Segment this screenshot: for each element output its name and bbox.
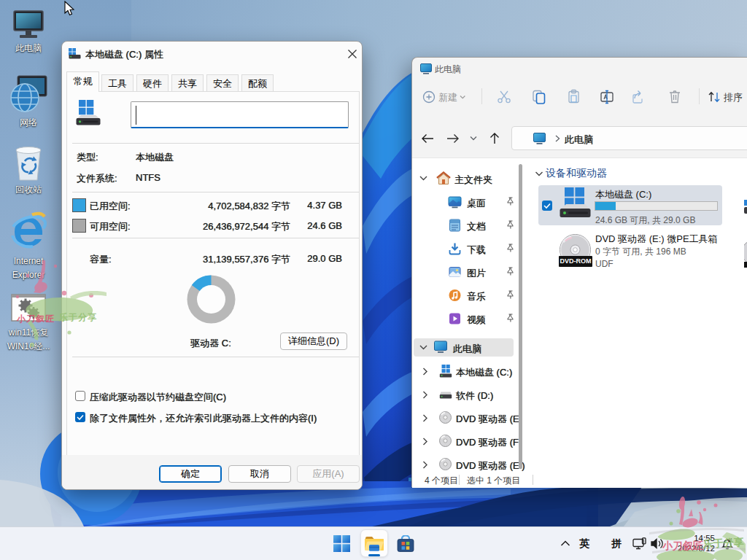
svg-text:z: z — [730, 537, 732, 541]
svg-text:新建: 新建 — [438, 92, 457, 103]
